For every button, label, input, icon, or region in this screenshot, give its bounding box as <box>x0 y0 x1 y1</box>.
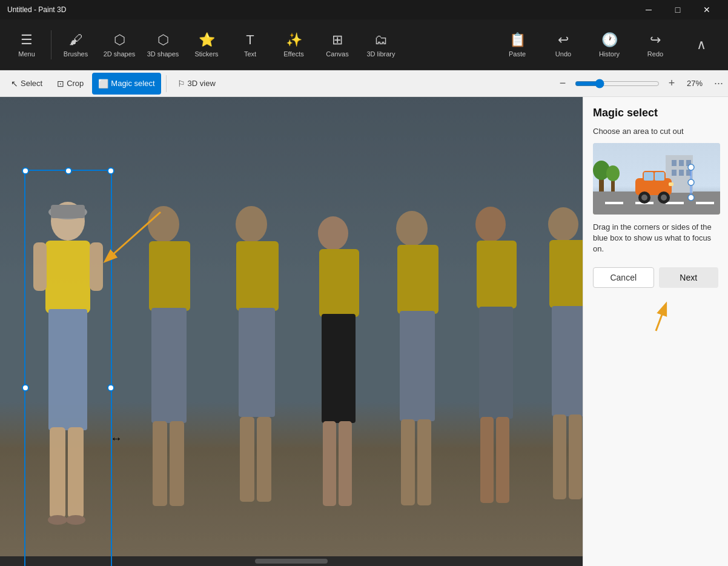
redo-icon: ↪ <box>650 32 661 48</box>
more-options-button[interactable]: ··· <box>714 77 723 90</box>
svg-point-75 <box>688 195 694 201</box>
svg-rect-27 <box>322 314 356 423</box>
preview-image <box>593 143 720 215</box>
svg-rect-39 <box>496 417 509 503</box>
select-tool[interactable]: ↖ Select <box>5 73 48 95</box>
toolbar: ☰ Menu 🖌 Brushes ⬡ 2D shapes ⬡ 3D shapes… <box>0 19 728 70</box>
selection-box[interactable] <box>24 170 112 566</box>
library-3d-icon: 🗂 <box>374 32 388 48</box>
effects-icon: ✨ <box>286 32 302 48</box>
panel-instruction: Choose an area to cut out <box>593 127 718 136</box>
minimize-button[interactable]: ─ <box>635 0 663 19</box>
select-icon: ↖ <box>11 79 18 88</box>
brushes-button[interactable]: 🖌 Brushes <box>54 23 98 67</box>
toolbar-right: 📋 Paste ↩ Undo 🕐 History ↪ Redo ∧ <box>495 23 723 67</box>
handle-middle-right[interactable] <box>107 384 114 391</box>
svg-rect-41 <box>549 240 583 308</box>
canvas-button[interactable]: ⊞ Canvas <box>316 23 359 67</box>
menu-button[interactable]: ☰ Menu <box>5 23 48 67</box>
svg-rect-51 <box>696 202 714 204</box>
canvas-area[interactable]: ↔ <box>0 97 583 566</box>
svg-rect-34 <box>417 419 431 505</box>
svg-rect-26 <box>319 249 359 317</box>
svg-rect-50 <box>666 202 684 204</box>
svg-rect-24 <box>257 417 271 502</box>
svg-rect-29 <box>339 421 352 506</box>
crop-tool[interactable]: ⊡ Crop <box>51 73 90 95</box>
svg-rect-65 <box>644 172 654 181</box>
svg-rect-18 <box>153 421 167 506</box>
history-button[interactable]: 🕐 History <box>587 23 631 67</box>
panel-hint: Drag in the corners or sides of the blue… <box>593 222 718 255</box>
svg-point-30 <box>396 211 428 246</box>
svg-rect-58 <box>679 160 684 166</box>
svg-line-76 <box>656 305 666 331</box>
handle-top-right[interactable] <box>107 167 114 175</box>
paste-button[interactable]: 📋 Paste <box>495 23 539 67</box>
next-button[interactable]: Next <box>659 267 719 288</box>
svg-point-68 <box>641 195 647 201</box>
handle-top-left[interactable] <box>22 167 29 175</box>
svg-rect-57 <box>672 160 677 166</box>
view-3d-icon: ⚐ <box>177 79 185 88</box>
paste-icon: 📋 <box>509 32 526 48</box>
zoom-slider[interactable] <box>575 79 660 88</box>
scroll-thumb[interactable] <box>255 559 328 564</box>
expand-icon: ∧ <box>697 37 706 53</box>
svg-rect-17 <box>151 308 187 423</box>
text-button[interactable]: T Text <box>228 23 272 67</box>
stickers-icon: ⭐ <box>199 32 215 48</box>
panel-buttons: Cancel Next <box>593 267 718 288</box>
svg-point-35 <box>475 207 506 242</box>
shapes-2d-icon: ⬡ <box>114 32 125 48</box>
handle-top-center[interactable] <box>65 167 72 175</box>
next-arrow-svg <box>638 298 674 334</box>
redo-button[interactable]: ↪ Redo <box>634 23 677 67</box>
svg-rect-43 <box>553 415 566 499</box>
view-3d-tool[interactable]: ⚐ 3D view <box>171 73 222 95</box>
svg-rect-16 <box>149 241 190 311</box>
svg-rect-22 <box>239 308 275 417</box>
title-bar-controls: ─ □ ✕ <box>635 0 721 19</box>
svg-rect-33 <box>401 419 415 505</box>
close-button[interactable]: ✕ <box>693 0 721 19</box>
history-icon: 🕐 <box>601 32 618 48</box>
undo-button[interactable]: ↩ Undo <box>541 23 585 67</box>
main-area: ↔ Magic select Choose an area to cut out <box>0 97 728 566</box>
zoom-out-button[interactable]: − <box>554 75 571 92</box>
cancel-button[interactable]: Cancel <box>593 267 654 288</box>
panel-title: Magic select <box>593 107 718 119</box>
svg-rect-32 <box>400 311 435 421</box>
shapes-3d-button[interactable]: ⬡ 3D shapes <box>141 23 185 67</box>
svg-point-25 <box>318 216 348 250</box>
svg-point-20 <box>236 206 267 242</box>
zoom-in-button[interactable]: + <box>663 75 680 92</box>
svg-rect-31 <box>397 245 438 314</box>
handle-middle-left[interactable] <box>22 384 29 391</box>
svg-rect-66 <box>655 172 664 181</box>
svg-point-40 <box>548 207 578 241</box>
svg-point-15 <box>148 206 179 242</box>
crop-icon: ⊡ <box>57 79 64 88</box>
right-panel: Magic select Choose an area to cut out <box>583 97 728 566</box>
sub-separator <box>166 75 167 92</box>
expand-button[interactable]: ∧ <box>680 23 723 67</box>
canvas-icon: ⊞ <box>332 32 343 48</box>
undo-icon: ↩ <box>558 32 569 48</box>
app-title: Untitled - Paint 3D <box>7 5 66 14</box>
library-3d-button[interactable]: 🗂 3D library <box>359 23 403 67</box>
svg-rect-48 <box>605 202 623 204</box>
effects-button[interactable]: ✨ Effects <box>272 23 316 67</box>
zoom-controls: − + 27% ··· <box>554 75 723 92</box>
maximize-button[interactable]: □ <box>664 0 692 19</box>
svg-rect-42 <box>552 306 583 416</box>
shapes-2d-button[interactable]: ⬡ 2D shapes <box>98 23 141 67</box>
magic-select-icon: ⬜ <box>98 79 108 88</box>
svg-rect-71 <box>669 182 673 186</box>
sub-toolbar: ↖ Select ⊡ Crop ⬜ Magic select ⚐ 3D view… <box>0 70 728 97</box>
svg-rect-44 <box>569 415 582 499</box>
magic-select-tool[interactable]: ⬜ Magic select <box>92 73 160 95</box>
stickers-button[interactable]: ⭐ Stickers <box>185 23 228 67</box>
svg-rect-60 <box>672 170 677 176</box>
svg-rect-38 <box>480 417 494 503</box>
